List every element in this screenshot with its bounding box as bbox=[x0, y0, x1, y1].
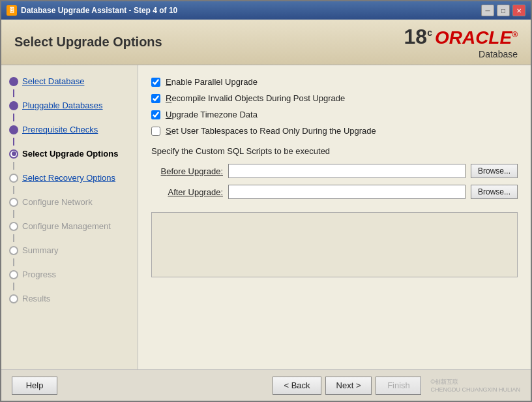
step-dot-5 bbox=[9, 174, 18, 183]
help-button[interactable]: Help bbox=[12, 377, 57, 395]
sidebar-label-progress: Progress bbox=[22, 270, 56, 279]
sidebar-item-progress: Progress bbox=[1, 266, 138, 283]
finish-button[interactable]: Finish bbox=[376, 377, 421, 395]
sidebar-label-pluggable-databases: Pluggable Databases bbox=[22, 100, 103, 110]
connector-6 bbox=[13, 210, 14, 218]
checkbox-enable-parallel[interactable] bbox=[151, 78, 160, 87]
checkbox-upgrade-timezone[interactable] bbox=[151, 110, 160, 119]
sidebar-label-select-upgrade-options: Select Upgrade Options bbox=[22, 149, 118, 159]
sidebar-label-results: Results bbox=[22, 294, 50, 303]
footer-right: < Back Next > Finish ©创新互联CHENGDU CHUANG… bbox=[273, 377, 520, 395]
before-upgrade-browse-button[interactable]: Browse... bbox=[471, 164, 518, 178]
oracle-product-name: Database bbox=[479, 49, 518, 59]
step-dot-6 bbox=[9, 198, 18, 207]
sidebar-item-configure-management: Configure Management bbox=[1, 218, 138, 234]
label-enable-parallel[interactable]: Enable Parallel Upgrade bbox=[166, 77, 258, 87]
title-bar: 🗄 Database Upgrade Assistant - Step 4 of… bbox=[1, 1, 531, 20]
checkbox-set-readonly[interactable] bbox=[151, 127, 160, 136]
option-set-readonly: Set User Tablespaces to Read Only During… bbox=[151, 126, 518, 136]
step-dot-7 bbox=[9, 222, 18, 231]
custom-sql-section: Specify the Custom SQL Scripts to be exe… bbox=[151, 146, 518, 199]
sidebar-label-select-recovery-options: Select Recovery Options bbox=[22, 173, 115, 183]
footer-left: Help bbox=[12, 377, 57, 395]
window-controls: ─ □ ✕ bbox=[481, 5, 525, 16]
page-title: Select Upgrade Options bbox=[14, 35, 162, 50]
sidebar-item-pluggable-databases[interactable]: Pluggable Databases bbox=[1, 97, 138, 114]
sidebar-label-configure-management: Configure Management bbox=[22, 221, 111, 231]
main-content: Select Database Pluggable Databases Prer… bbox=[1, 65, 531, 369]
oracle-logo: 18c ORACLE® Database bbox=[404, 25, 518, 59]
step-dot-10 bbox=[9, 294, 18, 303]
output-text-area bbox=[151, 212, 518, 277]
step-dot-4 bbox=[9, 149, 18, 159]
option-recompile-invalid: Recompile Invalid Objects During Post Up… bbox=[151, 93, 518, 103]
step-dot-3 bbox=[9, 125, 18, 134]
sidebar-label-select-database: Select Database bbox=[22, 76, 84, 86]
after-upgrade-browse-button[interactable]: Browse... bbox=[471, 185, 518, 199]
connector-2 bbox=[13, 114, 14, 121]
watermark-text: ©创新互联CHENGDU CHUANGXIN HULIAN bbox=[430, 378, 520, 393]
step-dot-8 bbox=[9, 246, 18, 255]
connector-4 bbox=[13, 162, 14, 170]
oracle-brand-name: ORACLE® bbox=[435, 27, 518, 48]
after-upgrade-input[interactable] bbox=[228, 185, 466, 199]
page-header: Select Upgrade Options 18c ORACLE® Datab… bbox=[1, 20, 531, 65]
connector-5 bbox=[13, 186, 14, 194]
sidebar-item-select-database[interactable]: Select Database bbox=[1, 73, 138, 89]
sidebar-item-select-upgrade-options: Select Upgrade Options bbox=[1, 146, 138, 162]
connector-7 bbox=[13, 234, 14, 242]
footer: Help < Back Next > Finish ©创新互联CHENGDU C… bbox=[1, 369, 531, 401]
next-button[interactable]: Next > bbox=[325, 377, 372, 395]
minimize-button[interactable]: ─ bbox=[481, 5, 494, 16]
connector-1 bbox=[13, 89, 14, 97]
sidebar-item-summary: Summary bbox=[1, 242, 138, 258]
after-upgrade-row: After Upgrade: Browse... bbox=[151, 185, 518, 199]
custom-sql-title: Specify the Custom SQL Scripts to be exe… bbox=[151, 146, 518, 156]
label-recompile-invalid[interactable]: Recompile Invalid Objects During Post Up… bbox=[166, 93, 345, 103]
label-set-readonly[interactable]: Set User Tablespaces to Read Only During… bbox=[166, 126, 376, 136]
connector-8 bbox=[13, 258, 14, 266]
sidebar-item-prerequisite-checks[interactable]: Prerequisite Checks bbox=[1, 121, 138, 138]
back-button[interactable]: < Back bbox=[273, 377, 321, 395]
before-upgrade-label: Before Upgrade: bbox=[151, 166, 223, 176]
text-output-section bbox=[151, 212, 518, 277]
before-upgrade-input[interactable] bbox=[228, 164, 466, 178]
sidebar-label-summary: Summary bbox=[22, 245, 59, 255]
label-upgrade-timezone[interactable]: Upgrade Timezone Data bbox=[166, 110, 258, 119]
step-dot-1 bbox=[9, 77, 18, 86]
sidebar-item-results: Results bbox=[1, 290, 138, 307]
connector-9 bbox=[13, 283, 14, 290]
content-area: Enable Parallel Upgrade Recompile Invali… bbox=[138, 65, 531, 369]
after-upgrade-label: After Upgrade: bbox=[151, 187, 223, 197]
option-enable-parallel: Enable Parallel Upgrade bbox=[151, 77, 518, 87]
sidebar-item-select-recovery-options[interactable]: Select Recovery Options bbox=[1, 170, 138, 186]
main-window: 🗄 Database Upgrade Assistant - Step 4 of… bbox=[0, 0, 532, 402]
close-button[interactable]: ✕ bbox=[512, 5, 525, 16]
before-upgrade-row: Before Upgrade: Browse... bbox=[151, 164, 518, 178]
oracle-version: 18c bbox=[404, 25, 432, 49]
checkbox-recompile-invalid[interactable] bbox=[151, 94, 160, 103]
window-title: Database Upgrade Assistant - Step 4 of 1… bbox=[21, 6, 481, 15]
sidebar-label-prerequisite-checks: Prerequisite Checks bbox=[22, 125, 98, 134]
app-icon: 🗄 bbox=[7, 5, 17, 16]
step-dot-9 bbox=[9, 270, 18, 279]
sidebar-label-configure-network: Configure Network bbox=[22, 197, 93, 207]
connector-3 bbox=[13, 138, 14, 146]
option-upgrade-timezone: Upgrade Timezone Data bbox=[151, 110, 518, 119]
maximize-button[interactable]: □ bbox=[497, 5, 510, 16]
step-dot-2 bbox=[9, 101, 18, 110]
sidebar-item-configure-network: Configure Network bbox=[1, 194, 138, 210]
sidebar: Select Database Pluggable Databases Prer… bbox=[1, 65, 138, 369]
